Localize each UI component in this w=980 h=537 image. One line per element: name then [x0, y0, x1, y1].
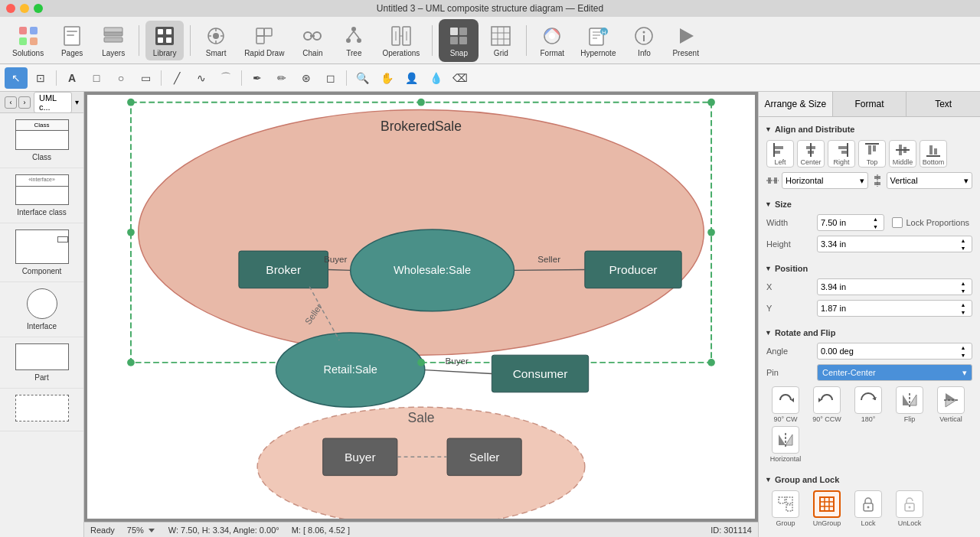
distribute-h-select[interactable]: Horizontal ▾: [782, 172, 868, 189]
angle-stepper[interactable]: ▲ ▼: [958, 343, 969, 359]
tool-circle[interactable]: ○: [109, 67, 132, 89]
toolbar-pages[interactable]: Pages: [53, 21, 91, 60]
angle-up[interactable]: ▲: [958, 343, 969, 351]
tab-text[interactable]: Text: [906, 92, 980, 116]
width-down[interactable]: ▼: [870, 223, 880, 230]
toolbar-present[interactable]: Present: [666, 21, 704, 60]
rotate-90ccw-btn[interactable]: 90° CCW: [808, 386, 846, 423]
height-stepper[interactable]: ▲ ▼: [958, 236, 969, 252]
width-input[interactable]: 7.50 in ▲ ▼: [817, 214, 884, 231]
tool-pen[interactable]: ✒: [246, 67, 269, 89]
toolbar-rapid-draw[interactable]: Rapid Draw: [238, 21, 290, 60]
toolbar-layers[interactable]: Layers: [94, 21, 132, 60]
sidebar-item-part[interactable]: Part: [0, 337, 83, 389]
align-top-btn[interactable]: Top: [858, 140, 886, 168]
flip-horizontal-btn[interactable]: Horizontal: [766, 426, 805, 463]
height-input[interactable]: 3.34 in ▲ ▼: [817, 236, 972, 252]
tool-select2[interactable]: ⊡: [29, 67, 52, 89]
tool-person[interactable]: 👤: [400, 67, 423, 89]
size-header[interactable]: ▼ Size: [763, 197, 975, 212]
distribute-v-select[interactable]: Vertical ▾: [887, 172, 973, 189]
toolbar-library[interactable]: Library: [145, 21, 184, 60]
angle-input[interactable]: 0.00 deg ▲ ▼: [817, 343, 972, 360]
height-down[interactable]: ▼: [958, 244, 969, 252]
tool-zoom[interactable]: 🔍: [351, 67, 374, 89]
tool-pen3[interactable]: ⊛: [295, 67, 318, 89]
tool-pen2[interactable]: ✏: [270, 67, 293, 89]
tool-speech[interactable]: ▭: [134, 67, 157, 89]
group-btn[interactable]: Group: [766, 490, 805, 527]
flip-btn[interactable]: Flip: [890, 386, 929, 423]
toolbar-snap[interactable]: Snap: [439, 19, 479, 62]
tab-arrange-size[interactable]: Arrange & Size: [759, 92, 833, 116]
tool-curve[interactable]: ∿: [190, 67, 213, 89]
y-down[interactable]: ▼: [958, 308, 969, 316]
breadcrumb-dropdown[interactable]: ▾: [75, 98, 79, 106]
group-lock-header[interactable]: ▼ Group and Lock: [763, 472, 975, 487]
tool-text[interactable]: A: [60, 67, 83, 89]
tool-eraser[interactable]: ⌫: [449, 67, 472, 89]
tool-hand[interactable]: ✋: [375, 67, 398, 89]
sidebar-item-interface[interactable]: Interface: [0, 282, 83, 337]
sidebar-item-component[interactable]: Component: [0, 223, 83, 282]
maximize-button[interactable]: [34, 4, 43, 13]
tool-select[interactable]: ↖: [5, 67, 28, 89]
align-center-btn[interactable]: Center: [797, 140, 825, 168]
close-button[interactable]: [6, 4, 15, 13]
lock-btn[interactable]: Lock: [849, 490, 887, 527]
height-up[interactable]: ▲: [958, 236, 969, 244]
svg-line-85: [425, 370, 492, 374]
rotate-180-btn[interactable]: 180°: [849, 386, 887, 423]
forward-arrow[interactable]: ›: [18, 96, 31, 109]
toolbar-grid[interactable]: Grid: [482, 21, 520, 60]
toolbar-format[interactable]: Format: [533, 21, 571, 60]
sidebar-item-interface-class[interactable]: Interface class: [0, 168, 83, 223]
toolbar-hypernote[interactable]: H Hypernote: [574, 21, 622, 60]
tab-format[interactable]: Format: [833, 92, 907, 116]
x-down[interactable]: ▼: [958, 287, 969, 295]
main-toolbar: Solutions Pages Layers Library Smart Rap…: [0, 17, 980, 64]
sidebar-item-class[interactable]: Class Class: [0, 113, 83, 168]
pin-dropdown[interactable]: Center-Center ▾: [817, 364, 972, 381]
toolbar-tree[interactable]: Tree: [335, 21, 373, 60]
back-arrow[interactable]: ‹: [5, 96, 17, 109]
toolbar-smart[interactable]: Smart: [197, 21, 235, 60]
interface-class-preview: [15, 174, 69, 205]
y-input[interactable]: 1.87 in ▲ ▼: [817, 300, 972, 317]
minimize-button[interactable]: [20, 4, 29, 13]
width-up[interactable]: ▲: [870, 215, 880, 223]
lock-checkbox[interactable]: [892, 217, 903, 228]
canvas-area[interactable]: BrokeredSale Broker Wholesale:Sale Produ…: [84, 92, 758, 537]
x-stepper[interactable]: ▲ ▼: [958, 279, 969, 295]
toolbar-info[interactable]: Info: [625, 21, 663, 60]
align-left-btn[interactable]: Left: [766, 140, 794, 168]
tool-dropper[interactable]: 💧: [424, 67, 447, 89]
rotate-90cw-btn[interactable]: 90° CW: [766, 386, 805, 423]
tool-mask[interactable]: ◻: [319, 67, 342, 89]
breadcrumb-text[interactable]: UML c...: [34, 92, 72, 113]
flip-vertical-btn[interactable]: Vertical: [932, 386, 970, 423]
svg-point-64: [127, 359, 135, 366]
y-stepper[interactable]: ▲ ▼: [958, 301, 969, 316]
align-bottom-btn[interactable]: Bottom: [920, 140, 947, 168]
angle-down[interactable]: ▼: [958, 351, 969, 359]
y-up[interactable]: ▲: [958, 301, 969, 308]
ungroup-btn[interactable]: UnGroup: [808, 490, 846, 527]
x-up[interactable]: ▲: [958, 279, 969, 287]
width-stepper[interactable]: ▲ ▼: [870, 215, 880, 230]
rotate-header[interactable]: ▼ Rotate and Flip: [763, 325, 975, 340]
tool-arc[interactable]: ⌒: [214, 67, 237, 89]
align-header[interactable]: ▼ Align and Distribute: [763, 122, 975, 137]
sidebar-item-dotted[interactable]: [0, 389, 83, 431]
align-middle-btn[interactable]: Middle: [889, 140, 916, 168]
x-input[interactable]: 3.94 in ▲ ▼: [817, 278, 972, 295]
toolbar-chain[interactable]: Chain: [293, 21, 332, 60]
toolbar-operations[interactable]: Operations: [376, 21, 426, 60]
position-header[interactable]: ▼ Position: [763, 261, 975, 276]
tool-line[interactable]: ╱: [165, 67, 188, 89]
align-right-btn[interactable]: Right: [828, 140, 855, 168]
tool-rect[interactable]: □: [85, 67, 108, 89]
zoom-control[interactable]: 75%: [127, 526, 156, 535]
unlock-btn[interactable]: UnLock: [890, 490, 929, 527]
toolbar-solutions[interactable]: Solutions: [6, 21, 50, 60]
